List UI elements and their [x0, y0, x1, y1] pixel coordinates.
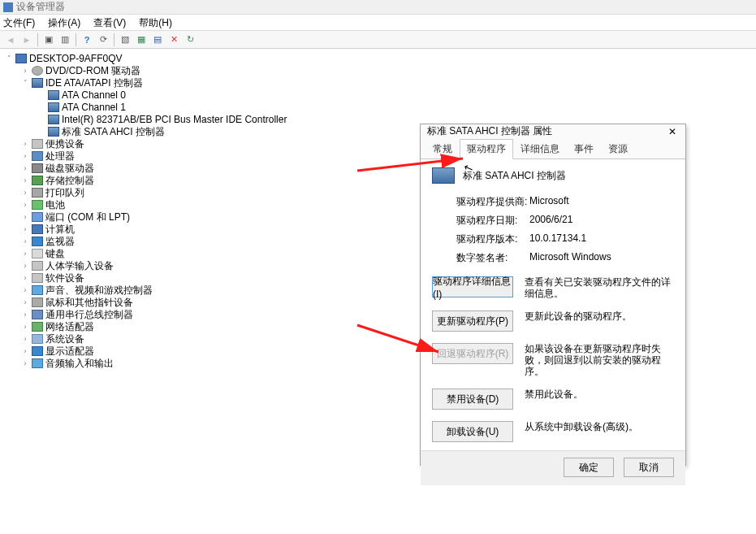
hid-icon — [32, 261, 43, 271]
desc-rollback-driver: 如果该设备在更新驱动程序时失败，则回退到以前安装的驱动程序。 — [525, 343, 674, 377]
desc-uninstall-device: 从系统中卸载设备(高级)。 — [525, 421, 674, 442]
properties-dialog: 标准 SATA AHCI 控制器 属性 ✕ 常规 驱动程序 详细信息 事件 资源… — [420, 124, 686, 466]
expand-icon[interactable]: › — [21, 359, 29, 367]
expand-icon[interactable]: › — [21, 201, 29, 209]
expand-icon[interactable]: › — [21, 176, 29, 185]
expand-icon[interactable]: › — [21, 152, 29, 160]
tb-update-icon[interactable]: ↻ — [183, 33, 197, 47]
storage-icon — [32, 176, 43, 185]
tb-help-icon[interactable]: ? — [80, 33, 94, 47]
expand-icon[interactable]: › — [21, 262, 29, 270]
keyboard-icon — [32, 249, 43, 258]
tb-prop-icon[interactable]: ▧ — [118, 33, 132, 47]
provider-value: Microsoft — [529, 195, 569, 209]
btn-uninstall-device[interactable]: 卸载设备(U) — [432, 421, 513, 442]
desc-driver-details: 查看有关已安装驱动程序文件的详细信息。 — [525, 276, 674, 299]
battery-icon — [32, 200, 43, 210]
device-name: 标准 SATA AHCI 控制器 — [463, 169, 566, 183]
cat-ide-label: IDE ATA/ATAPI 控制器 — [45, 77, 143, 89]
device-icon — [432, 167, 455, 184]
version-key: 驱动程序版本: — [456, 232, 529, 246]
menu-file[interactable]: 文件(F) — [3, 15, 35, 30]
network-icon — [32, 322, 43, 332]
tab-resources[interactable]: 资源 — [601, 139, 635, 159]
system-icon — [32, 334, 43, 344]
software-icon — [32, 273, 43, 283]
tab-general[interactable]: 常规 — [426, 139, 460, 159]
signer-key: 数字签名者: — [456, 251, 529, 265]
disk-icon — [32, 163, 43, 173]
portable-icon — [32, 139, 43, 149]
tb-back-icon[interactable]: ◄ — [3, 33, 18, 47]
app-icon — [3, 2, 13, 12]
usb-icon — [32, 310, 43, 319]
dialog-title: 标准 SATA AHCI 控制器 属性 — [427, 124, 552, 138]
controller-icon — [48, 90, 59, 100]
cancel-button[interactable]: 取消 — [624, 458, 674, 477]
ok-button[interactable]: 确定 — [564, 458, 614, 477]
ide-channel-1[interactable]: ATA Channel 1 — [3, 101, 753, 113]
cat-dvd-label: DVD/CD-ROM 驱动器 — [45, 65, 140, 76]
tb-installed-icon[interactable]: ▤ — [150, 33, 165, 47]
computer-icon — [15, 54, 27, 63]
ide-channel-0[interactable]: ATA Channel 0 — [3, 89, 753, 101]
tb-remove-icon[interactable]: ✕ — [166, 33, 181, 47]
btn-rollback-driver: 回退驱动程序(R) — [432, 343, 513, 364]
expand-icon[interactable]: › — [21, 274, 29, 282]
expand-icon[interactable]: › — [21, 225, 29, 233]
tb-viewmode-icon[interactable]: ▥ — [58, 33, 72, 47]
tb-enable-icon[interactable]: ▦ — [134, 33, 149, 47]
tb-forward-icon[interactable]: ► — [19, 33, 34, 47]
expand-icon[interactable]: › — [21, 250, 29, 258]
btn-update-driver[interactable]: 更新驱动程序(P) — [432, 310, 513, 332]
btn-disable-device[interactable]: 禁用设备(D) — [432, 389, 513, 410]
monitor-icon — [32, 237, 43, 246]
mouse-icon — [32, 297, 43, 307]
collapse-icon[interactable]: ˅ — [21, 79, 29, 87]
controller-icon — [48, 127, 59, 137]
menu-action[interactable]: 操作(A) — [48, 15, 80, 30]
audio-icon — [32, 358, 43, 368]
port-icon — [32, 212, 43, 222]
cat-ide[interactable]: ˅ IDE ATA/ATAPI 控制器 — [3, 76, 753, 89]
dialog-body: 标准 SATA AHCI 控制器 驱动程序提供商:Microsoft 驱动程序日… — [421, 159, 685, 450]
tab-events[interactable]: 事件 — [567, 139, 601, 159]
collapse-icon[interactable]: ˅ — [5, 54, 13, 63]
tree-root[interactable]: ˅ DESKTOP-9AFF0QV — [3, 52, 753, 64]
expand-icon[interactable]: › — [21, 347, 29, 355]
controller-icon — [48, 115, 59, 124]
toolbar: ◄ ► ▣ ▥ ? ⟳ ▧ ▦ ▤ ✕ ↻ — [0, 31, 756, 49]
date-key: 驱动程序日期: — [456, 214, 529, 228]
tab-details[interactable]: 详细信息 — [513, 139, 567, 159]
window-title: 设备管理器 — [16, 0, 65, 14]
controller-icon — [32, 78, 43, 88]
menu-bar: 文件(F) 操作(A) 查看(V) 帮助(H) — [0, 15, 756, 31]
expand-icon[interactable]: › — [21, 140, 29, 148]
expand-icon[interactable]: › — [21, 189, 29, 197]
controller-icon — [48, 102, 59, 112]
btn-driver-details[interactable]: 驱动程序详细信息(I) — [432, 276, 513, 297]
cdrom-icon — [32, 66, 43, 76]
expand-icon[interactable]: › — [21, 335, 29, 343]
dialog-title-bar[interactable]: 标准 SATA AHCI 控制器 属性 ✕ — [421, 124, 685, 138]
desc-disable-device: 禁用此设备。 — [525, 389, 674, 410]
expand-icon[interactable]: › — [21, 298, 29, 306]
pc-icon — [32, 224, 43, 234]
printer-icon — [32, 188, 43, 198]
menu-view[interactable]: 查看(V) — [93, 15, 126, 30]
expand-icon[interactable]: › — [21, 323, 29, 331]
tab-driver[interactable]: 驱动程序 — [460, 139, 513, 159]
desc-update-driver: 更新此设备的驱动程序。 — [525, 310, 674, 332]
expand-icon[interactable]: › — [21, 213, 29, 221]
dialog-footer: 确定 取消 — [421, 450, 685, 485]
cat-dvd[interactable]: › DVD/CD-ROM 驱动器 — [3, 64, 753, 76]
expand-icon[interactable]: › — [21, 164, 29, 172]
tb-refresh-icon[interactable]: ⟳ — [96, 33, 110, 47]
expand-icon[interactable]: › — [21, 286, 29, 294]
expand-icon[interactable]: › — [21, 310, 29, 319]
expand-icon[interactable]: › — [21, 67, 29, 75]
expand-icon[interactable]: › — [21, 237, 29, 245]
menu-help[interactable]: 帮助(H) — [139, 15, 172, 30]
tb-showhide-icon[interactable]: ▣ — [41, 33, 56, 47]
close-icon[interactable]: ✕ — [666, 125, 679, 138]
